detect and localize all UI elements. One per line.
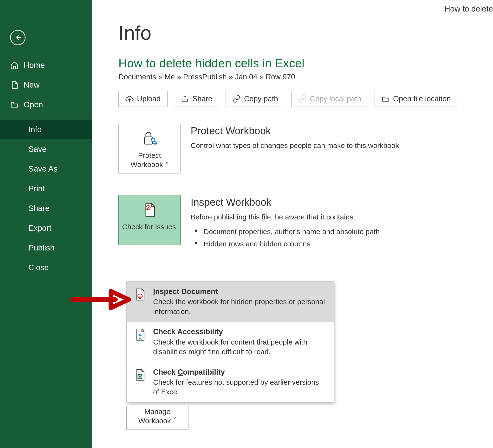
upload-icon xyxy=(125,95,134,103)
back-arrow-icon xyxy=(14,33,22,42)
nav-open[interactable]: Open xyxy=(0,95,92,115)
nav-close[interactable]: Close xyxy=(0,258,92,277)
open-file-location-button[interactable]: Open file location xyxy=(375,91,458,107)
link-icon xyxy=(298,95,306,103)
nav-open-label: Open xyxy=(23,100,43,109)
share-icon xyxy=(181,95,189,103)
copy-local-path-label: Copy local path xyxy=(310,95,361,103)
copy-path-button[interactable]: Copy path xyxy=(225,91,285,107)
inspect-bullet-1: Document properties, author's name and a… xyxy=(191,225,455,238)
inspect-section: Check for Issues ˅ Inspect Workbook Befo… xyxy=(118,195,493,250)
upload-button[interactable]: Upload xyxy=(118,91,168,107)
lock-key-icon xyxy=(141,130,158,147)
protect-workbook-button[interactable]: Protect Workbook ˅ xyxy=(118,124,180,174)
chevron-down-icon: ˅ xyxy=(171,417,177,425)
back-button[interactable] xyxy=(10,30,25,45)
folder-icon xyxy=(381,95,390,103)
open-file-location-label: Open file location xyxy=(393,95,451,103)
check-compatibility-option[interactable]: Check Compatibility Check for features n… xyxy=(127,362,334,402)
inspect-document-sub: Check the workbook for hidden properties… xyxy=(153,297,327,317)
backstage-sidebar: Home New Open Info Save Save As Print Sh… xyxy=(0,0,92,448)
inspect-desc: Before publishing this file, be aware th… xyxy=(191,212,455,222)
toolbar: Upload Share Copy path Copy local path O… xyxy=(118,91,493,107)
manage-workbook-label: Manage Workbook xyxy=(138,408,171,425)
upload-label: Upload xyxy=(137,95,161,103)
nav-info[interactable]: Info xyxy=(0,120,92,139)
protect-section: Protect Workbook ˅ Protect Workbook Cont… xyxy=(118,124,493,174)
open-folder-icon xyxy=(10,100,19,109)
inspect-document-option[interactable]: Inspect Document Check the workbook for … xyxy=(127,282,334,322)
nav-new[interactable]: New xyxy=(0,75,92,95)
document-title: How to delete hidden cells in Excel xyxy=(118,56,493,70)
check-accessibility-option[interactable]: Check Accessibility Check the workbook f… xyxy=(127,322,334,362)
compatibility-icon xyxy=(133,368,147,382)
inspect-heading: Inspect Workbook xyxy=(191,197,455,208)
check-issues-dropdown: Inspect Document Check the workbook for … xyxy=(126,281,334,403)
copy-path-label: Copy path xyxy=(244,95,278,103)
protect-btn-label: Protect Workbook xyxy=(131,151,163,168)
share-label: Share xyxy=(192,95,212,103)
protect-desc: Control what types of changes people can… xyxy=(191,141,455,151)
chevron-down-icon: ˅ xyxy=(164,162,168,168)
check-accessibility-title: Check Accessibility xyxy=(153,327,327,337)
protect-heading: Protect Workbook xyxy=(191,125,455,137)
check-compatibility-sub: Check for features not supported by earl… xyxy=(153,378,327,397)
breadcrumb: Documents » Me » PressPublish » Jan 04 »… xyxy=(118,73,493,81)
check-issues-btn-label: Check for Issues xyxy=(122,223,176,231)
check-accessibility-sub: Check the workbook for content that peop… xyxy=(153,337,327,357)
nav-new-label: New xyxy=(23,80,39,89)
nav-save-as[interactable]: Save As xyxy=(0,159,92,179)
share-button[interactable]: Share xyxy=(174,91,219,107)
nav-home[interactable]: Home xyxy=(0,55,92,75)
nav-divider xyxy=(17,117,82,117)
accessibility-icon xyxy=(133,328,147,341)
inspect-bullet-2: Hidden rows and hidden columns xyxy=(191,238,455,250)
page-title: Info xyxy=(118,22,493,44)
manage-workbook-button[interactable]: Manage Workbook ˅ xyxy=(126,406,189,430)
main-content: Info How to delete hidden cells in Excel… xyxy=(92,0,493,272)
new-file-icon xyxy=(10,81,19,89)
nav-share[interactable]: Share xyxy=(0,198,92,218)
check-for-issues-button[interactable]: Check for Issues ˅ xyxy=(118,195,180,245)
copy-local-path-button: Copy local path xyxy=(291,91,368,107)
nav-publish[interactable]: Publish xyxy=(0,238,92,258)
home-icon xyxy=(10,61,19,69)
chevron-down-icon: ˅ xyxy=(148,233,151,240)
nav-print[interactable]: Print xyxy=(0,179,92,198)
nav-home-label: Home xyxy=(23,61,45,70)
document-check-icon xyxy=(141,201,158,219)
nav-export[interactable]: Export xyxy=(0,218,92,238)
inspect-document-icon xyxy=(133,288,147,301)
check-compatibility-title: Check Compatibility xyxy=(153,367,327,377)
inspect-document-title: Inspect Document xyxy=(153,287,327,296)
nav-save[interactable]: Save xyxy=(0,139,92,159)
link-icon xyxy=(233,95,241,103)
